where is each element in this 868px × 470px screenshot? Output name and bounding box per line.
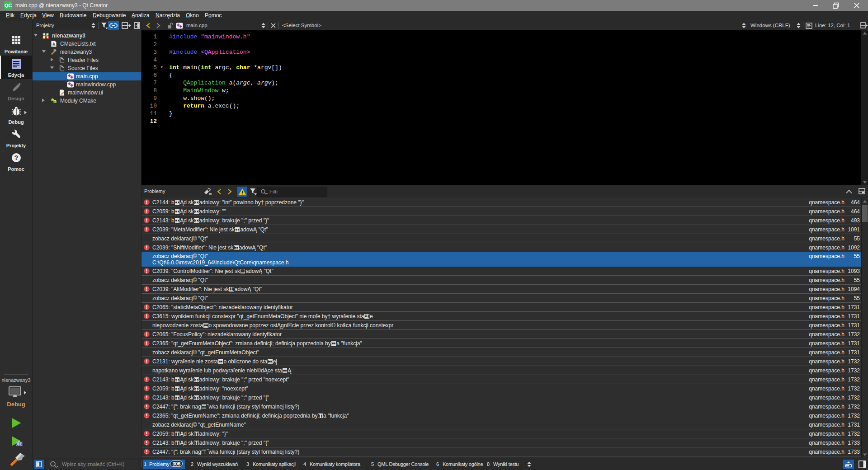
svg-text:?: ? [14,154,18,161]
